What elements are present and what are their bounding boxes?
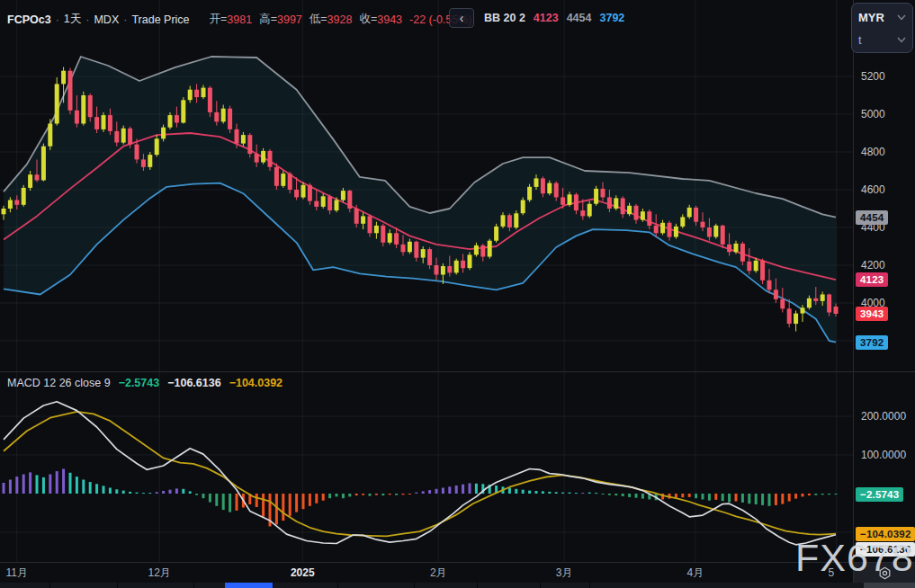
strip-divider [193, 583, 194, 588]
candle-body [494, 227, 498, 241]
macd-histogram-bar [614, 494, 617, 495]
macd-histogram-bar [608, 494, 611, 495]
candle-body [647, 211, 651, 226]
candle-body [734, 244, 739, 252]
candle-body [8, 200, 13, 209]
macd-histogram-bar [802, 494, 804, 496]
candle-body [255, 154, 259, 163]
macd-histogram-bar [309, 494, 311, 506]
macd-histogram-bar [129, 492, 131, 494]
macd-axis-tick: 200.0000 [861, 410, 906, 423]
candle-body [807, 298, 812, 308]
macd-histogram-bar [748, 494, 750, 503]
candle-body [780, 299, 785, 309]
candle-body [347, 191, 352, 209]
candle-body [507, 215, 512, 227]
series-type-label: Trade Price [131, 13, 189, 26]
time-axis-month-label: 3月 [556, 563, 573, 584]
candle-body [135, 145, 139, 160]
macd-histogram-bar [136, 493, 139, 494]
candle-body [88, 95, 93, 117]
candle-body [308, 185, 312, 201]
macd-histogram-bar [142, 493, 145, 494]
candle-body [175, 115, 179, 122]
time-axis-month-label: 4月 [687, 563, 704, 584]
macd-histogram-bar [622, 494, 624, 496]
separator-dot: · [85, 13, 89, 26]
candle-body [713, 226, 718, 237]
unit-dropdown[interactable]: t [858, 29, 906, 51]
interval-label[interactable]: 1天 [64, 12, 81, 27]
candle-body [607, 197, 612, 209]
candle-body [261, 151, 265, 163]
time-axis[interactable]: 11月12月20252月3月4月5月 [0, 562, 853, 583]
candle-body [414, 242, 418, 258]
macd-histogram-bar [788, 494, 791, 502]
candle-body [668, 223, 672, 237]
strip-divider [117, 583, 118, 588]
chart-canvas[interactable] [0, 0, 853, 562]
currency-dropdown[interactable]: MYR [858, 6, 906, 29]
macd-histogram-bar [508, 488, 511, 494]
macd-histogram-bar [381, 494, 384, 495]
macd-histogram-bar [222, 494, 225, 510]
candle-body [221, 109, 226, 122]
macd-value: −2.5743 [119, 377, 160, 389]
macd-badge: −106.6136 [856, 542, 915, 557]
collapse-legend-button[interactable]: ‹ [449, 8, 474, 28]
candle-body [341, 191, 345, 200]
macd-histogram-bar [561, 493, 564, 494]
macd-histogram-bar [122, 491, 125, 494]
macd-histogram-bar [475, 484, 478, 494]
candle-body [474, 245, 479, 255]
bottom-strip[interactable] [0, 583, 915, 588]
candle-body [694, 208, 698, 222]
candle-body [14, 200, 19, 205]
macd-histogram-bar [575, 493, 578, 494]
ohlc-value: 3997 [277, 13, 302, 26]
price-axis[interactable]: 5200500048004600440042004000200.0000100.… [853, 0, 915, 588]
price-badge: 4123 [856, 272, 888, 287]
macd-histogram-bar [175, 488, 178, 494]
candle-body [760, 261, 765, 281]
macd-histogram-bar [581, 493, 584, 494]
macd-histogram-bar [442, 488, 444, 494]
price-badge: 4454 [856, 210, 888, 225]
strip-segment[interactable] [864, 583, 915, 588]
candle-body [468, 254, 472, 268]
macd-histogram-bar [3, 483, 5, 494]
macd-histogram-bar [814, 494, 817, 495]
macd-histogram-bar [528, 491, 531, 494]
pane-separator[interactable] [0, 371, 915, 372]
strip-divider [477, 583, 478, 588]
ohlc-value: 3943 [377, 13, 402, 26]
candle-body [547, 183, 552, 194]
macd-histogram-bar [15, 477, 18, 494]
ohlc-values: 开=3981高=3997低=3928收=3943 [202, 12, 403, 27]
candle-body [435, 265, 439, 275]
candle-body [727, 245, 731, 252]
candle-body [335, 200, 339, 211]
macd-histogram-bar [195, 494, 198, 495]
candle-body [228, 109, 232, 129]
candle-body [461, 261, 465, 268]
candle-body [75, 111, 79, 124]
strip-divider [414, 583, 415, 588]
candle-body [48, 124, 52, 147]
macd-histogram-bar [548, 492, 551, 494]
candle-body [501, 215, 506, 227]
candle-body [188, 90, 193, 101]
strip-segment[interactable] [225, 583, 273, 588]
axis-settings-corner[interactable] [853, 562, 915, 583]
bb-legend[interactable]: BB 20 2 412344543792 [484, 12, 624, 24]
time-axis-month-label: 11月 [6, 563, 28, 584]
macd-histogram-bar [162, 491, 165, 494]
symbol-title[interactable]: FCPOc3 [7, 13, 51, 26]
macd-histogram-bar [275, 494, 278, 524]
macd-histogram-bar [422, 491, 425, 494]
candle-body [301, 185, 306, 198]
macd-histogram-bar [821, 494, 824, 494]
macd-histogram-bar [635, 494, 638, 498]
macd-legend[interactable]: MACD 12 26 close 9 −2.5743−106.6136−104.… [7, 377, 283, 389]
macd-histogram-bar [42, 477, 45, 494]
